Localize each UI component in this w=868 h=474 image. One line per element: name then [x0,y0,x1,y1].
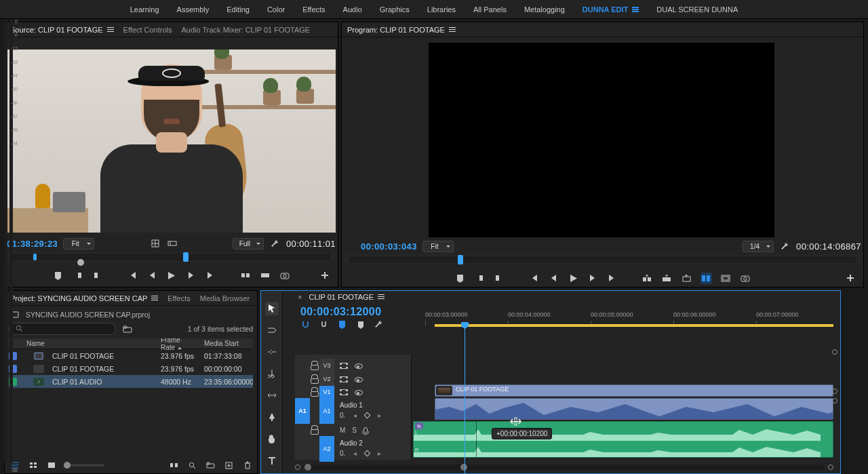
workspace-dunna-edit[interactable]: DUNNA EDIT [583,5,639,14]
col-framerate[interactable]: Frame Rate [157,338,200,351]
zoom-handle-icon[interactable] [832,389,837,394]
tab-project[interactable]: Project: SYNCING AUDIO SCREEN CAP [10,294,158,302]
workspace-editing[interactable]: Editing [226,5,250,14]
sequence-tab[interactable]: CLIP 01 FOOTAGE [309,293,384,301]
clip-audio-a1[interactable] [435,398,833,420]
tab-project-menu-icon[interactable] [151,296,158,301]
source-add-marker-button[interactable] [52,270,64,281]
timeline-timecode[interactable]: 00:00:03:12000 [300,306,381,318]
src-patch-a2[interactable] [295,436,310,462]
tab-program[interactable]: Program: CLIP 01 FOOTAGE [347,26,456,34]
new-bin-button[interactable] [205,460,216,471]
col-media-start[interactable]: Media Start [200,340,253,347]
tab-effect-controls[interactable]: Effect Controls [123,26,172,34]
workspace-learning[interactable]: Learning [130,5,159,14]
source-duration[interactable]: 00:00:11:01 [286,239,336,249]
program-export-frame-button[interactable] [681,273,692,284]
icon-view-button[interactable] [27,460,39,471]
source-overwrite-button[interactable] [259,270,271,281]
track-select-tool[interactable] [265,323,279,337]
track-name-a1[interactable]: Audio 1 [334,400,411,409]
src-patch-v2[interactable] [295,372,310,386]
audio-meter[interactable]: 0 -6 -12 -18 -24 -30 -36 -42 -48 -54 dB [1,19,19,463]
src-patch-v3[interactable] [295,359,310,372]
program-extract-button[interactable] [661,273,673,284]
src-patch-v1[interactable] [295,386,310,398]
source-drag-video-icon[interactable] [166,238,178,250]
hzoom-handle-left[interactable] [295,465,300,470]
selection-tool[interactable] [265,302,279,315]
add-keyframe-a1[interactable] [364,412,371,419]
timeline-settings-wrench-icon[interactable] [374,319,384,330]
toggle-track-output-v2[interactable] [355,377,363,382]
auto-match-sequence-button[interactable] [168,460,180,471]
track-name-a2[interactable]: Audio 2 [334,438,411,447]
sync-lock-v2[interactable] [340,376,348,382]
type-tool[interactable] [265,454,279,467]
project-row[interactable]: CLIP 01 FOOTAGE 23.976 fps 00:00:00:00 [9,362,253,375]
timeline-marker-icon[interactable] [355,319,366,330]
program-duration[interactable]: 00:00:14:06867 [796,241,861,252]
source-mark-out-button[interactable] [92,270,103,281]
project-search-input[interactable] [9,323,116,335]
program-add-marker-button[interactable] [454,273,466,284]
timeline-body[interactable]: 00:00:03:00000 00:00:04:00000 00:00:05:0… [412,311,833,460]
clip-audio-a2[interactable]: fx L R [413,421,833,458]
volume-a1[interactable]: 0. [340,412,345,419]
program-go-to-in-button[interactable] [528,273,540,284]
new-item-button[interactable] [223,460,235,471]
program-mark-out-button[interactable] [494,273,505,284]
work-area-bar[interactable] [435,324,833,327]
tab-effects[interactable]: Effects [167,294,190,302]
zoom-handle-icon[interactable] [832,398,837,403]
program-playhead-only-icon[interactable] [344,241,355,252]
source-play-button[interactable] [165,270,177,281]
program-snapshot-button[interactable] [740,273,751,284]
toggle-track-output-v3[interactable] [355,363,363,368]
pen-tool[interactable] [265,410,279,424]
program-monitor-view[interactable] [429,43,774,237]
source-button-editor-button[interactable] [318,269,332,282]
mute-a1[interactable]: M [340,427,345,434]
freeform-view-button[interactable] [45,460,57,471]
program-lift-button[interactable] [642,273,653,284]
close-sequence-button[interactable]: × [298,293,302,301]
razor-tool[interactable] [265,367,279,380]
hand-tool[interactable] [265,432,279,446]
sequence-tab-menu-icon[interactable] [378,294,384,300]
sync-lock-v3[interactable] [340,363,348,369]
src-patch-a1[interactable]: A1 [295,398,310,424]
tab-program-menu-icon[interactable] [449,27,456,33]
add-marker-button[interactable] [337,319,347,330]
project-row[interactable]: CLIP 01 FOOTAGE 23.976 fps 01:37:33:08 [9,349,253,362]
program-go-to-out-button[interactable] [607,273,618,284]
track-target-v3[interactable]: V3 [319,359,334,372]
lock-v3[interactable] [310,361,319,370]
lock-v1[interactable] [310,387,319,397]
program-settings-wrench-icon[interactable] [779,241,791,252]
project-new-bin-from-search-button[interactable] [121,323,133,335]
time-ruler[interactable]: 00:00:03:00000 00:00:04:00000 00:00:05:0… [412,311,833,328]
delete-button[interactable] [241,460,253,471]
source-view-grid-icon[interactable] [149,238,161,250]
source-zoom-dropdown[interactable]: Fit [63,238,94,250]
toggle-track-output-v1[interactable] [355,390,363,395]
source-step-forward-button[interactable] [185,270,197,281]
source-go-to-in-button[interactable] [126,270,138,281]
program-play-button[interactable] [568,273,579,284]
tab-media-browser[interactable]: Media Browser [200,294,250,302]
linked-selection-toggle[interactable] [319,319,329,330]
workspace-menu-icon[interactable] [632,7,639,12]
program-timecode[interactable]: 00:00:03:043 [361,241,417,252]
program-zoom-dropdown[interactable]: Fit [422,241,454,252]
program-button-editor-button[interactable] [844,271,857,285]
source-insert-button[interactable] [239,270,251,281]
project-row[interactable]: ♪ CLIP 01 AUDIO 48000 Hz 23:35:06:00000 [9,375,253,388]
workspace-assembly[interactable]: Assembly [177,5,210,14]
workspace-color[interactable]: Color [267,5,285,14]
sync-lock-v1[interactable] [340,389,348,395]
program-safe-margins-button[interactable] [720,273,732,284]
solo-a1[interactable]: S [352,427,357,434]
track-target-v2[interactable]: V2 [319,372,334,386]
voiceover-a1[interactable] [363,427,368,433]
